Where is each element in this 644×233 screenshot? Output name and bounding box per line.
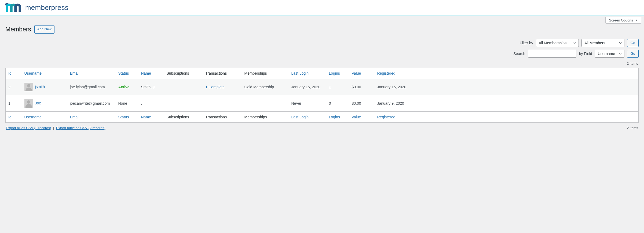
- caret-down-icon: ▼: [635, 19, 638, 22]
- cell-value: $0.00: [349, 95, 375, 111]
- cell-subscriptions: [164, 79, 203, 95]
- username-link[interactable]: Joe: [35, 101, 41, 105]
- page-header: Members Add New: [0, 24, 644, 39]
- col-status[interactable]: Status: [118, 71, 129, 75]
- cell-status: Active: [116, 79, 138, 95]
- fcol-value[interactable]: Value: [352, 115, 361, 119]
- cell-registered: January 9, 2020: [375, 95, 639, 111]
- cell-lastlogin: January 15, 2020: [289, 79, 326, 95]
- avatar-icon: [24, 83, 33, 91]
- fcol-id[interactable]: Id: [8, 115, 12, 119]
- footer-row: Export all as CSV (2 records) | Export t…: [0, 123, 644, 135]
- brand-name: memberpress: [25, 3, 68, 12]
- col-username[interactable]: Username: [24, 71, 42, 75]
- cell-email: joecanwrite@gmail.com: [67, 95, 116, 111]
- search-input[interactable]: [528, 50, 576, 58]
- app-header: memberpress: [0, 0, 644, 16]
- screen-options-button[interactable]: Screen Options ▼: [605, 17, 641, 24]
- col-id[interactable]: Id: [8, 71, 12, 75]
- cell-email: joe.fylan@gmail.com: [67, 79, 116, 95]
- fcol-subscriptions: Subscriptions: [164, 111, 203, 122]
- filter-go-button[interactable]: Go: [627, 39, 639, 47]
- cell-status: None: [116, 95, 138, 111]
- items-count-bottom: 2 items: [627, 126, 638, 130]
- by-field-label: by Field: [579, 52, 592, 56]
- screen-options-label: Screen Options: [609, 18, 633, 22]
- cell-name: Smith, J: [138, 79, 164, 95]
- cell-subscriptions: [164, 95, 203, 111]
- col-transactions: Transactions: [203, 68, 242, 79]
- col-subscriptions: Subscriptions: [164, 68, 203, 79]
- fcol-name[interactable]: Name: [141, 115, 151, 119]
- search-label: Search: [513, 52, 525, 56]
- fcol-status[interactable]: Status: [118, 115, 129, 119]
- search-go-button[interactable]: Go: [627, 50, 639, 58]
- table-footer-row: Id Username Email Status Name Subscripti…: [6, 111, 639, 122]
- col-lastlogin[interactable]: Last Login: [291, 71, 309, 75]
- fcol-username[interactable]: Username: [24, 115, 42, 119]
- fcol-registered[interactable]: Registered: [377, 115, 396, 119]
- search-row: Search by Field Username Go: [513, 50, 639, 58]
- cell-username: jsmith: [22, 79, 67, 95]
- filters: Filter by All Memberships All Members Go…: [0, 39, 644, 60]
- filter-by-row: Filter by All Memberships All Members Go: [520, 39, 639, 47]
- filter-by-label: Filter by: [520, 41, 533, 45]
- table-row: 2 jsmith joe.fylan@gmail.com Active Smit…: [6, 79, 639, 95]
- table-row: 1 Joe joecanwrite@gmail.com None , Never…: [6, 95, 639, 111]
- cell-username: Joe: [22, 95, 67, 111]
- username-link[interactable]: jsmith: [35, 85, 45, 89]
- cell-memberships: Gold Membership: [242, 79, 289, 95]
- fcol-logins[interactable]: Logins: [329, 115, 340, 119]
- fcol-transactions: Transactions: [203, 111, 242, 122]
- membership-filter-select[interactable]: All Memberships: [536, 39, 579, 47]
- transactions-link[interactable]: 1 Complete: [206, 85, 225, 89]
- cell-transactions: [203, 95, 242, 111]
- cell-memberships: [242, 95, 289, 111]
- members-table: Id Username Email Status Name Subscripti…: [5, 68, 639, 123]
- brand-logo: memberpress: [5, 3, 68, 12]
- add-new-button[interactable]: Add New: [34, 25, 54, 34]
- cell-value: $0.00: [349, 79, 375, 95]
- export-separator: |: [53, 126, 54, 130]
- col-value[interactable]: Value: [352, 71, 361, 75]
- export-links: Export all as CSV (2 records) | Export t…: [6, 126, 105, 130]
- fcol-email[interactable]: Email: [70, 115, 79, 119]
- fcol-lastlogin[interactable]: Last Login: [291, 115, 309, 119]
- field-select[interactable]: Username: [595, 50, 624, 58]
- screen-options-row: Screen Options ▼: [0, 16, 644, 24]
- avatar-icon: [24, 99, 33, 108]
- cell-transactions: 1 Complete: [203, 79, 242, 95]
- items-count-top: 2 items: [0, 60, 644, 68]
- page-title: Members: [5, 26, 31, 33]
- cell-id: 2: [6, 79, 22, 95]
- cell-lastlogin: Never: [289, 95, 326, 111]
- col-memberships: Memberships: [242, 68, 289, 79]
- col-email[interactable]: Email: [70, 71, 79, 75]
- members-filter-select[interactable]: All Members: [581, 39, 624, 47]
- col-name[interactable]: Name: [141, 71, 151, 75]
- export-all-link[interactable]: Export all as CSV (2 records): [6, 126, 51, 130]
- export-table-link[interactable]: Export table as CSV (2 records): [56, 126, 105, 130]
- cell-registered: January 15, 2020: [375, 79, 639, 95]
- cell-logins: 1: [326, 79, 349, 95]
- table-header-row: Id Username Email Status Name Subscripti…: [6, 68, 639, 79]
- cell-id: 1: [6, 95, 22, 111]
- cell-name: ,: [138, 95, 164, 111]
- fcol-memberships: Memberships: [242, 111, 289, 122]
- memberpress-logo-icon: [5, 3, 21, 12]
- col-logins[interactable]: Logins: [329, 71, 340, 75]
- cell-logins: 0: [326, 95, 349, 111]
- col-registered[interactable]: Registered: [377, 71, 396, 75]
